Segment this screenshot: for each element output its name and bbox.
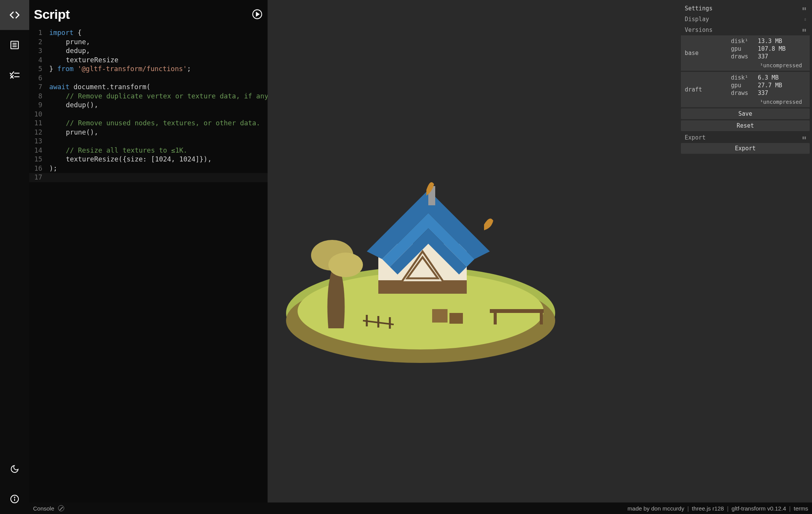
line-content: // Resize all textures to ≤1K. bbox=[49, 146, 268, 155]
settings-panel: Settings ▮▮ Display ⇳ Versions ▮▮ basedi… bbox=[681, 3, 810, 155]
code-line[interactable]: 4 textureResize bbox=[29, 56, 268, 65]
metric-key: disk¹ bbox=[731, 38, 758, 45]
line-number: 4 bbox=[29, 56, 49, 65]
line-number: 16 bbox=[29, 164, 49, 173]
code-line[interactable]: 2 prune, bbox=[29, 38, 268, 47]
line-content: import { bbox=[49, 28, 268, 38]
metric-key: gpu bbox=[731, 82, 758, 89]
sidebar-item-theme[interactable] bbox=[0, 454, 29, 484]
display-header[interactable]: Display ⇳ bbox=[681, 14, 810, 25]
code-line[interactable]: 6 bbox=[29, 74, 268, 83]
display-label: Display bbox=[685, 16, 709, 23]
line-number: 14 bbox=[29, 146, 49, 155]
code-line[interactable]: 15 textureResize({size: [1024, 1024]}), bbox=[29, 155, 268, 164]
line-number: 10 bbox=[29, 110, 49, 119]
code-line[interactable]: 8 // Remove duplicate vertex or texture … bbox=[29, 92, 268, 101]
version-metrics: disk¹13.3 MBgpu107.8 MBdraws337¹uncompre… bbox=[727, 35, 810, 71]
play-circle-icon bbox=[252, 9, 263, 20]
svg-rect-27 bbox=[432, 309, 448, 323]
threejs-link[interactable]: three.js r128 bbox=[692, 505, 724, 512]
metric-value: 107.8 MB bbox=[758, 45, 806, 52]
line-content: // Remove duplicate vertex or texture da… bbox=[49, 92, 268, 101]
svg-rect-26 bbox=[540, 313, 543, 324]
gltf-link[interactable]: gltf-transform v0.12.4 bbox=[732, 505, 786, 512]
line-number: 11 bbox=[29, 119, 49, 128]
code-line[interactable]: 14 // Resize all textures to ≤1K. bbox=[29, 146, 268, 155]
versions-label: Versions bbox=[685, 27, 712, 33]
run-button[interactable] bbox=[251, 8, 263, 20]
code-line[interactable]: 3 dedup, bbox=[29, 47, 268, 56]
svg-rect-24 bbox=[490, 309, 544, 313]
svg-rect-25 bbox=[494, 313, 497, 324]
version-metrics: disk¹6.3 MBgpu27.7 MBdraws337¹uncompress… bbox=[727, 72, 810, 107]
svg-rect-28 bbox=[449, 313, 463, 324]
metric-value: 337 bbox=[758, 53, 806, 60]
code-editor[interactable]: 1import {2 prune,3 dedup,4 textureResize… bbox=[29, 27, 268, 502]
line-number: 17 bbox=[29, 173, 49, 182]
line-content: } from '@gltf-transform/functions'; bbox=[49, 65, 268, 74]
metric-value: 6.3 MB bbox=[758, 74, 806, 81]
code-line[interactable]: 12 prune(), bbox=[29, 128, 268, 137]
settings-header[interactable]: Settings ▮▮ bbox=[681, 3, 810, 14]
code-line[interactable]: 9 dedup(), bbox=[29, 101, 268, 110]
ban-icon[interactable] bbox=[58, 505, 64, 511]
line-content: dedup, bbox=[49, 47, 268, 56]
pause-icon: ▮▮ bbox=[802, 27, 806, 33]
code-line[interactable]: 1import { bbox=[29, 28, 268, 38]
reset-button[interactable]: Reset bbox=[681, 120, 810, 131]
save-button[interactable]: Save bbox=[681, 108, 810, 119]
code-line[interactable]: 11 // Remove unused nodes, textures, or … bbox=[29, 119, 268, 128]
metric-note: ¹uncompressed bbox=[731, 61, 806, 71]
pause-icon: ▮▮ bbox=[802, 135, 806, 140]
sidebar-item-list[interactable] bbox=[0, 30, 29, 60]
line-content bbox=[49, 74, 268, 83]
code-line[interactable]: 5} from '@gltf-transform/functions'; bbox=[29, 65, 268, 74]
moon-icon bbox=[10, 464, 19, 474]
version-name: base bbox=[681, 35, 727, 71]
version-name: draft bbox=[681, 72, 727, 107]
line-number: 13 bbox=[29, 137, 49, 146]
line-content: // Remove unused nodes, textures, or oth… bbox=[49, 119, 268, 128]
version-row: basedisk¹13.3 MBgpu107.8 MBdraws337¹unco… bbox=[681, 35, 810, 71]
versions-header[interactable]: Versions ▮▮ bbox=[681, 25, 810, 35]
script-panel: Script 1import {2 prune,3 dedup,4 textur… bbox=[29, 0, 268, 502]
svg-marker-34 bbox=[256, 12, 259, 16]
version-row: draftdisk¹6.3 MBgpu27.7 MBdraws337¹uncom… bbox=[681, 72, 810, 107]
settings-label: Settings bbox=[685, 5, 712, 12]
line-content: prune(), bbox=[49, 128, 268, 137]
line-number: 3 bbox=[29, 47, 49, 56]
code-line[interactable]: 16); bbox=[29, 164, 268, 173]
export-button[interactable]: Export bbox=[681, 143, 810, 154]
line-number: 9 bbox=[29, 101, 49, 110]
metric-value: 13.3 MB bbox=[758, 38, 806, 45]
code-icon bbox=[9, 9, 20, 21]
metric-value: 337 bbox=[758, 90, 806, 96]
line-number: 7 bbox=[29, 83, 49, 92]
sidebar-item-script[interactable] bbox=[0, 0, 29, 30]
metric-value: 27.7 MB bbox=[758, 82, 806, 89]
line-content: dedup(), bbox=[49, 101, 268, 110]
main-area: Script 1import {2 prune,3 dedup,4 textur… bbox=[29, 0, 812, 502]
line-content: prune, bbox=[49, 38, 268, 47]
line-number: 8 bbox=[29, 92, 49, 101]
metric-key: draws bbox=[731, 53, 758, 60]
line-content: textureResize({size: [1024, 1024]}), bbox=[49, 155, 268, 164]
status-bar: Console made by don mccurdy | three.js r… bbox=[29, 502, 812, 514]
code-line[interactable]: 13 bbox=[29, 137, 268, 146]
model-preview-icon bbox=[275, 128, 567, 374]
sidebar-item-tasks[interactable] bbox=[0, 60, 29, 90]
line-number: 1 bbox=[29, 28, 49, 38]
console-toggle[interactable]: Console bbox=[33, 505, 54, 512]
line-number: 5 bbox=[29, 65, 49, 74]
sidebar-item-info[interactable] bbox=[0, 484, 29, 514]
line-number: 6 bbox=[29, 74, 49, 83]
code-line[interactable]: 17 bbox=[29, 173, 268, 182]
expand-icon: ⇳ bbox=[804, 17, 806, 22]
credits-link[interactable]: made by don mccurdy bbox=[627, 505, 684, 512]
code-line[interactable]: 10 bbox=[29, 110, 268, 119]
export-header[interactable]: Export ▮▮ bbox=[681, 132, 810, 143]
code-line[interactable]: 7await document.transform( bbox=[29, 83, 268, 92]
line-content: textureResize bbox=[49, 56, 268, 65]
info-icon bbox=[10, 494, 19, 504]
terms-link[interactable]: terms bbox=[794, 505, 809, 512]
